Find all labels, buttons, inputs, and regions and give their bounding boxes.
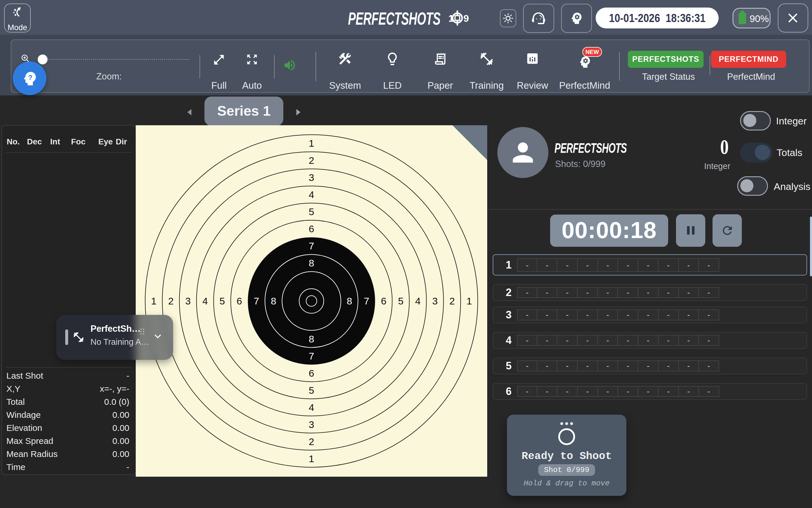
svg-text:8: 8 xyxy=(309,333,314,344)
svg-text:2: 2 xyxy=(168,295,174,306)
svg-text:4: 4 xyxy=(415,295,421,306)
svg-text:?: ? xyxy=(28,74,33,82)
svg-text:5: 5 xyxy=(309,385,314,396)
svg-text:5: 5 xyxy=(219,295,225,306)
svg-text:4: 4 xyxy=(309,189,314,200)
svg-text:3: 3 xyxy=(185,295,191,306)
svg-text:2: 2 xyxy=(449,295,455,306)
svg-text:6: 6 xyxy=(381,295,386,306)
svg-text:8: 8 xyxy=(309,257,314,268)
svg-text:6: 6 xyxy=(309,368,314,379)
svg-text:7: 7 xyxy=(254,295,259,306)
svg-text:9: 9 xyxy=(463,13,469,24)
svg-text:2: 2 xyxy=(309,436,314,447)
svg-text:6: 6 xyxy=(237,295,242,306)
svg-text:3: 3 xyxy=(432,295,438,306)
svg-text:8: 8 xyxy=(271,295,276,306)
svg-text:7: 7 xyxy=(364,295,369,306)
svg-text:3: 3 xyxy=(309,419,314,430)
svg-text:3: 3 xyxy=(309,172,314,183)
svg-text:4: 4 xyxy=(203,295,208,306)
svg-text:1: 1 xyxy=(448,13,454,24)
svg-text:7: 7 xyxy=(309,240,314,251)
svg-text:4: 4 xyxy=(309,402,314,413)
svg-text:1: 1 xyxy=(309,138,314,149)
svg-text:6: 6 xyxy=(309,223,314,234)
svg-text:7: 7 xyxy=(309,350,314,362)
svg-text:1: 1 xyxy=(151,295,157,306)
svg-text:2: 2 xyxy=(309,155,314,166)
svg-text:5: 5 xyxy=(398,295,403,306)
svg-text:1: 1 xyxy=(466,295,472,306)
svg-text:1: 1 xyxy=(309,453,314,464)
svg-text:8: 8 xyxy=(347,295,352,306)
svg-text:5: 5 xyxy=(309,206,314,217)
